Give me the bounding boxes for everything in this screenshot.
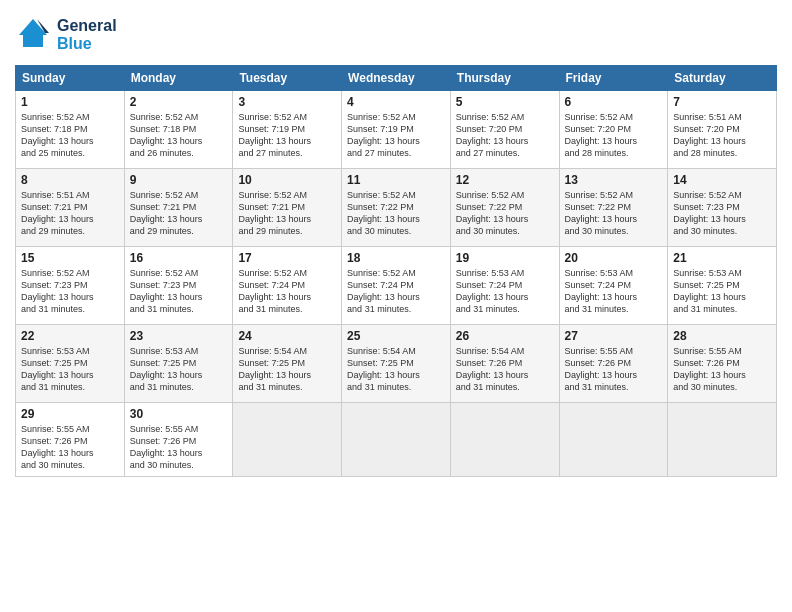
logo: General Blue [15, 15, 117, 55]
calendar-cell [559, 403, 668, 477]
calendar-cell: 22Sunrise: 5:53 AM Sunset: 7:25 PM Dayli… [16, 325, 125, 403]
calendar-cell: 27Sunrise: 5:55 AM Sunset: 7:26 PM Dayli… [559, 325, 668, 403]
day-info: Sunrise: 5:55 AM Sunset: 7:26 PM Dayligh… [130, 423, 228, 472]
weekday-header-thursday: Thursday [450, 66, 559, 91]
weekday-header-monday: Monday [124, 66, 233, 91]
header: General Blue [15, 15, 777, 55]
calendar-cell: 30Sunrise: 5:55 AM Sunset: 7:26 PM Dayli… [124, 403, 233, 477]
week-row-3: 15Sunrise: 5:52 AM Sunset: 7:23 PM Dayli… [16, 247, 777, 325]
day-info: Sunrise: 5:53 AM Sunset: 7:25 PM Dayligh… [130, 345, 228, 394]
calendar-cell: 8Sunrise: 5:51 AM Sunset: 7:21 PM Daylig… [16, 169, 125, 247]
calendar-cell: 6Sunrise: 5:52 AM Sunset: 7:20 PM Daylig… [559, 91, 668, 169]
day-number: 10 [238, 173, 336, 187]
calendar-cell: 5Sunrise: 5:52 AM Sunset: 7:20 PM Daylig… [450, 91, 559, 169]
day-number: 19 [456, 251, 554, 265]
weekday-header-tuesday: Tuesday [233, 66, 342, 91]
day-info: Sunrise: 5:52 AM Sunset: 7:23 PM Dayligh… [673, 189, 771, 238]
logo-icon [15, 15, 51, 51]
day-number: 5 [456, 95, 554, 109]
day-number: 28 [673, 329, 771, 343]
calendar-cell: 7Sunrise: 5:51 AM Sunset: 7:20 PM Daylig… [668, 91, 777, 169]
calendar-container: General Blue SundayMondayTuesdayWednesda… [0, 0, 792, 612]
day-number: 14 [673, 173, 771, 187]
day-info: Sunrise: 5:52 AM Sunset: 7:20 PM Dayligh… [456, 111, 554, 160]
calendar-cell: 19Sunrise: 5:53 AM Sunset: 7:24 PM Dayli… [450, 247, 559, 325]
weekday-header-saturday: Saturday [668, 66, 777, 91]
weekday-header-row: SundayMondayTuesdayWednesdayThursdayFrid… [16, 66, 777, 91]
day-info: Sunrise: 5:52 AM Sunset: 7:18 PM Dayligh… [130, 111, 228, 160]
day-number: 2 [130, 95, 228, 109]
calendar-cell: 9Sunrise: 5:52 AM Sunset: 7:21 PM Daylig… [124, 169, 233, 247]
day-info: Sunrise: 5:52 AM Sunset: 7:23 PM Dayligh… [21, 267, 119, 316]
day-info: Sunrise: 5:51 AM Sunset: 7:21 PM Dayligh… [21, 189, 119, 238]
day-number: 4 [347, 95, 445, 109]
weekday-header-wednesday: Wednesday [342, 66, 451, 91]
day-info: Sunrise: 5:52 AM Sunset: 7:22 PM Dayligh… [456, 189, 554, 238]
day-info: Sunrise: 5:52 AM Sunset: 7:23 PM Dayligh… [130, 267, 228, 316]
calendar-cell: 12Sunrise: 5:52 AM Sunset: 7:22 PM Dayli… [450, 169, 559, 247]
calendar-cell: 20Sunrise: 5:53 AM Sunset: 7:24 PM Dayli… [559, 247, 668, 325]
calendar-cell: 17Sunrise: 5:52 AM Sunset: 7:24 PM Dayli… [233, 247, 342, 325]
calendar-cell: 29Sunrise: 5:55 AM Sunset: 7:26 PM Dayli… [16, 403, 125, 477]
calendar-cell: 3Sunrise: 5:52 AM Sunset: 7:19 PM Daylig… [233, 91, 342, 169]
calendar-cell [233, 403, 342, 477]
day-info: Sunrise: 5:52 AM Sunset: 7:22 PM Dayligh… [347, 189, 445, 238]
day-info: Sunrise: 5:51 AM Sunset: 7:20 PM Dayligh… [673, 111, 771, 160]
week-row-1: 1Sunrise: 5:52 AM Sunset: 7:18 PM Daylig… [16, 91, 777, 169]
day-info: Sunrise: 5:55 AM Sunset: 7:26 PM Dayligh… [21, 423, 119, 472]
day-info: Sunrise: 5:52 AM Sunset: 7:21 PM Dayligh… [238, 189, 336, 238]
logo-text-blue: Blue [57, 35, 117, 53]
day-info: Sunrise: 5:55 AM Sunset: 7:26 PM Dayligh… [565, 345, 663, 394]
calendar-cell: 23Sunrise: 5:53 AM Sunset: 7:25 PM Dayli… [124, 325, 233, 403]
day-number: 23 [130, 329, 228, 343]
day-number: 15 [21, 251, 119, 265]
week-row-5: 29Sunrise: 5:55 AM Sunset: 7:26 PM Dayli… [16, 403, 777, 477]
calendar-cell: 25Sunrise: 5:54 AM Sunset: 7:25 PM Dayli… [342, 325, 451, 403]
weekday-header-friday: Friday [559, 66, 668, 91]
day-number: 9 [130, 173, 228, 187]
day-info: Sunrise: 5:54 AM Sunset: 7:25 PM Dayligh… [238, 345, 336, 394]
day-number: 20 [565, 251, 663, 265]
day-number: 25 [347, 329, 445, 343]
day-info: Sunrise: 5:52 AM Sunset: 7:18 PM Dayligh… [21, 111, 119, 160]
day-info: Sunrise: 5:52 AM Sunset: 7:24 PM Dayligh… [238, 267, 336, 316]
day-number: 27 [565, 329, 663, 343]
day-number: 30 [130, 407, 228, 421]
day-info: Sunrise: 5:53 AM Sunset: 7:24 PM Dayligh… [565, 267, 663, 316]
calendar-cell: 24Sunrise: 5:54 AM Sunset: 7:25 PM Dayli… [233, 325, 342, 403]
calendar-cell: 18Sunrise: 5:52 AM Sunset: 7:24 PM Dayli… [342, 247, 451, 325]
day-number: 29 [21, 407, 119, 421]
calendar-cell [342, 403, 451, 477]
day-number: 22 [21, 329, 119, 343]
day-info: Sunrise: 5:53 AM Sunset: 7:25 PM Dayligh… [21, 345, 119, 394]
day-number: 12 [456, 173, 554, 187]
day-info: Sunrise: 5:54 AM Sunset: 7:25 PM Dayligh… [347, 345, 445, 394]
day-info: Sunrise: 5:52 AM Sunset: 7:22 PM Dayligh… [565, 189, 663, 238]
day-number: 6 [565, 95, 663, 109]
day-info: Sunrise: 5:52 AM Sunset: 7:19 PM Dayligh… [347, 111, 445, 160]
day-number: 17 [238, 251, 336, 265]
day-number: 8 [21, 173, 119, 187]
day-info: Sunrise: 5:55 AM Sunset: 7:26 PM Dayligh… [673, 345, 771, 394]
calendar-table: SundayMondayTuesdayWednesdayThursdayFrid… [15, 65, 777, 477]
calendar-cell: 2Sunrise: 5:52 AM Sunset: 7:18 PM Daylig… [124, 91, 233, 169]
calendar-cell: 28Sunrise: 5:55 AM Sunset: 7:26 PM Dayli… [668, 325, 777, 403]
calendar-cell: 26Sunrise: 5:54 AM Sunset: 7:26 PM Dayli… [450, 325, 559, 403]
calendar-cell: 11Sunrise: 5:52 AM Sunset: 7:22 PM Dayli… [342, 169, 451, 247]
calendar-cell [450, 403, 559, 477]
calendar-cell: 21Sunrise: 5:53 AM Sunset: 7:25 PM Dayli… [668, 247, 777, 325]
calendar-cell: 15Sunrise: 5:52 AM Sunset: 7:23 PM Dayli… [16, 247, 125, 325]
day-info: Sunrise: 5:52 AM Sunset: 7:19 PM Dayligh… [238, 111, 336, 160]
weekday-header-sunday: Sunday [16, 66, 125, 91]
week-row-4: 22Sunrise: 5:53 AM Sunset: 7:25 PM Dayli… [16, 325, 777, 403]
calendar-cell: 10Sunrise: 5:52 AM Sunset: 7:21 PM Dayli… [233, 169, 342, 247]
calendar-cell: 13Sunrise: 5:52 AM Sunset: 7:22 PM Dayli… [559, 169, 668, 247]
day-info: Sunrise: 5:53 AM Sunset: 7:25 PM Dayligh… [673, 267, 771, 316]
calendar-cell: 14Sunrise: 5:52 AM Sunset: 7:23 PM Dayli… [668, 169, 777, 247]
calendar-cell: 1Sunrise: 5:52 AM Sunset: 7:18 PM Daylig… [16, 91, 125, 169]
day-number: 13 [565, 173, 663, 187]
day-info: Sunrise: 5:52 AM Sunset: 7:20 PM Dayligh… [565, 111, 663, 160]
day-number: 1 [21, 95, 119, 109]
day-info: Sunrise: 5:53 AM Sunset: 7:24 PM Dayligh… [456, 267, 554, 316]
day-number: 26 [456, 329, 554, 343]
